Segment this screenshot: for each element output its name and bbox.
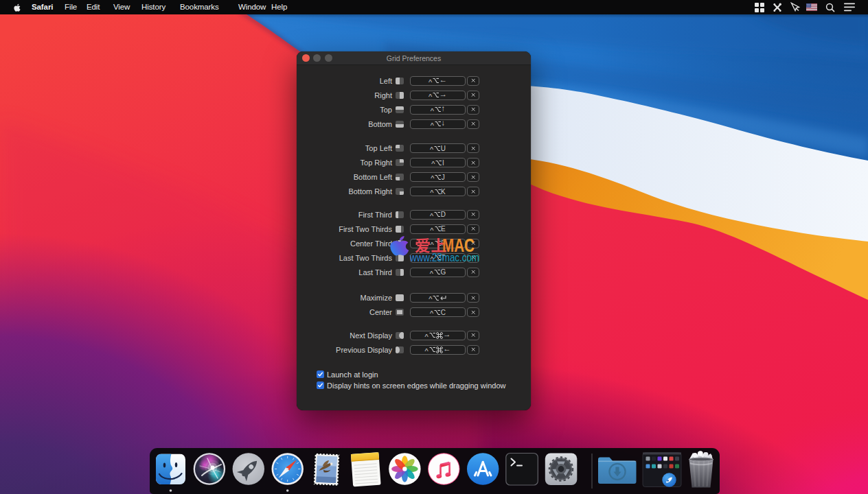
svg-text:www.23mac.com: www.23mac.com [409, 251, 479, 264]
